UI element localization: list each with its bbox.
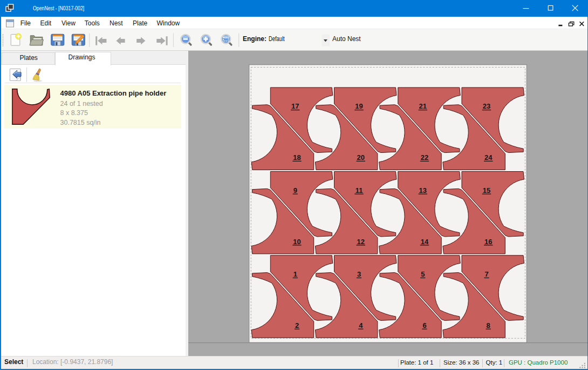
- svg-text:21: 21: [419, 102, 427, 110]
- svg-text:24: 24: [484, 153, 493, 162]
- svg-text:3: 3: [357, 270, 361, 278]
- svg-text:12: 12: [357, 238, 365, 246]
- svg-text:6: 6: [422, 321, 426, 329]
- svg-text:19: 19: [355, 102, 363, 110]
- svg-text:1: 1: [293, 270, 297, 278]
- svg-text:16: 16: [484, 238, 492, 246]
- svg-text:7: 7: [484, 270, 488, 278]
- svg-text:13: 13: [419, 186, 427, 194]
- svg-text:8: 8: [487, 321, 490, 329]
- svg-text:5: 5: [421, 270, 425, 278]
- svg-text:11: 11: [355, 186, 363, 194]
- svg-text:20: 20: [357, 153, 365, 162]
- svg-text:2: 2: [295, 321, 299, 329]
- svg-text:14: 14: [421, 238, 429, 246]
- svg-text:22: 22: [421, 153, 428, 162]
- svg-text:4: 4: [359, 321, 363, 329]
- svg-text:18: 18: [293, 153, 300, 162]
- svg-text:17: 17: [291, 102, 299, 110]
- svg-text:10: 10: [293, 238, 300, 246]
- svg-text:9: 9: [293, 186, 297, 194]
- svg-text:23: 23: [483, 102, 490, 110]
- svg-text:15: 15: [483, 186, 490, 194]
